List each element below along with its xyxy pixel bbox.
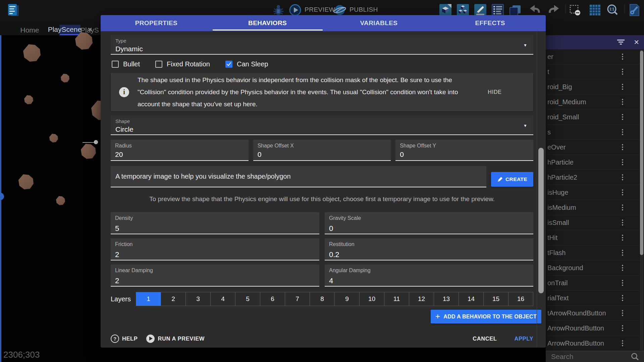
grid-icon[interactable] (588, 3, 602, 17)
item-menu-icon[interactable] (620, 250, 625, 256)
checkbox-box[interactable] (155, 61, 162, 68)
sidebar-scrollbar-thumb[interactable] (640, 51, 643, 255)
layer-toggle[interactable]: 4 (211, 292, 235, 306)
undo-icon[interactable] (529, 3, 542, 17)
object-list-item[interactable]: rialText (546, 291, 644, 306)
item-menu-icon[interactable] (620, 325, 625, 331)
object-list-item[interactable]: hParticle2 (546, 170, 644, 185)
object-list-item[interactable]: onTrail (546, 276, 644, 291)
item-menu-icon[interactable] (620, 174, 625, 180)
close-panel-icon[interactable]: ✕ (634, 39, 639, 46)
add-behavior-button[interactable]: + ADD A BEHAVIOR TO THE OBJECT (431, 310, 541, 323)
object-list-item[interactable]: tHit (546, 230, 644, 245)
dialog-tab[interactable]: PROPERTIES (101, 15, 212, 31)
gizmo-handle[interactable] (94, 140, 98, 144)
option-checkbox[interactable]: Can Sleep (225, 60, 268, 68)
preview-button[interactable]: PREVIEW (305, 6, 335, 13)
apply-button[interactable]: APPLY (515, 336, 534, 342)
item-menu-icon[interactable] (620, 235, 625, 241)
number-field[interactable]: Linear Damping 2 (111, 264, 319, 287)
asteroid-object[interactable] (81, 144, 96, 159)
layer-toggle[interactable]: 5 (235, 292, 260, 306)
number-field[interactable]: Gravity Scale 0 (325, 212, 533, 234)
object-search-bar[interactable]: Search (546, 351, 644, 362)
layer-toggle[interactable]: 13 (434, 292, 459, 306)
zoom-1-1-icon[interactable]: 1:1 (606, 3, 619, 17)
type-select[interactable]: Type Dynamic ▼ (111, 35, 533, 55)
checkbox-box[interactable] (225, 61, 232, 68)
dialog-tab[interactable]: VARIABLES (323, 15, 435, 31)
redo-icon[interactable] (547, 3, 560, 17)
cancel-button[interactable]: CANCEL (473, 336, 497, 342)
temp-image-input[interactable]: A temporary image to help you visualize … (111, 166, 486, 187)
asteroid-object[interactable] (56, 196, 65, 205)
run-preview-button[interactable]: RUN A PREVIEW (158, 336, 205, 342)
dialog-tab[interactable]: BEHAVIORS (212, 15, 323, 31)
number-field[interactable]: Friction 2 (111, 238, 319, 260)
item-menu-icon[interactable] (620, 114, 625, 120)
item-menu-icon[interactable] (620, 280, 625, 286)
item-menu-icon[interactable] (620, 310, 625, 316)
object-list-item[interactable]: roid_Big (546, 79, 644, 95)
item-menu-icon[interactable] (620, 265, 625, 271)
scene-boundary-handle[interactable] (0, 193, 4, 200)
layer-toggle[interactable]: 6 (260, 292, 285, 306)
object-list-item[interactable]: ArrowRoundButton (546, 321, 644, 336)
item-menu-icon[interactable] (620, 54, 625, 60)
events-sheet-icon[interactable] (491, 3, 504, 17)
layer-toggle[interactable]: 12 (409, 292, 434, 306)
item-menu-icon[interactable] (620, 220, 625, 226)
asteroid-object[interactable] (23, 44, 41, 62)
instances-icon[interactable] (456, 3, 470, 17)
number-field[interactable]: Angular Damping 4 (325, 264, 533, 287)
draw-pencil-icon[interactable] (474, 3, 487, 17)
item-menu-icon[interactable] (620, 69, 625, 75)
layer-toggle[interactable]: 2 (161, 292, 186, 306)
help-icon[interactable]: ? (111, 335, 119, 343)
layer-toggle[interactable]: 7 (285, 292, 310, 306)
dialog-tab[interactable]: EFFECTS (434, 15, 546, 31)
shape-select[interactable]: Shape Circle ▼ (111, 116, 533, 135)
asteroid-object[interactable] (49, 134, 58, 142)
item-menu-icon[interactable] (620, 340, 625, 346)
dialog-scrollbar[interactable] (538, 148, 544, 293)
layers-icon[interactable] (508, 3, 522, 17)
search-input[interactable]: Search (546, 353, 631, 361)
number-field[interactable]: Shape Offset X 0 (253, 140, 391, 161)
object-list-item[interactable]: eOver (546, 140, 644, 155)
layer-toggle[interactable]: 14 (459, 292, 484, 306)
run-preview-icon[interactable] (146, 335, 155, 343)
item-menu-icon[interactable] (620, 99, 625, 105)
object-list-item[interactable]: roid_Small (546, 110, 644, 125)
object-list-item[interactable]: isSmall (546, 215, 644, 230)
object-list-item[interactable]: isHuge (546, 185, 644, 200)
debug-bug-icon[interactable] (272, 3, 285, 17)
layer-toggle[interactable]: 9 (335, 292, 360, 306)
asteroid-object[interactable] (24, 95, 33, 104)
checkbox-box[interactable] (112, 61, 119, 68)
asteroid-object[interactable] (61, 74, 69, 82)
object-list-item[interactable]: tFlash (546, 245, 644, 260)
help-button[interactable]: HELP (122, 336, 138, 342)
object-list-item[interactable]: roid_Medium (546, 95, 644, 110)
layer-toggle[interactable]: 15 (484, 292, 508, 306)
object-list-item[interactable]: ArrowRoundButton (546, 336, 644, 351)
preview-play-icon[interactable] (288, 3, 302, 17)
layer-toggle[interactable]: 16 (508, 292, 533, 306)
object-list-item[interactable]: isMedium (546, 200, 644, 215)
layer-toggle[interactable]: 10 (360, 292, 384, 306)
mask-selection-icon[interactable] (568, 3, 582, 17)
number-field[interactable]: Restitution 0.2 (325, 238, 533, 260)
layer-toggle[interactable]: 3 (186, 292, 211, 306)
item-menu-icon[interactable] (620, 129, 625, 135)
object-list-item[interactable]: t (546, 64, 644, 79)
layer-toggle[interactable]: 8 (310, 292, 335, 306)
item-menu-icon[interactable] (620, 204, 625, 210)
item-menu-icon[interactable] (620, 189, 625, 195)
number-field[interactable]: Density 5 (111, 212, 319, 234)
sidebar-scrollbar-track[interactable] (640, 50, 643, 350)
filter-list-icon[interactable] (617, 39, 626, 46)
asteroid-object[interactable] (18, 174, 34, 189)
layer-toggle[interactable]: 11 (384, 292, 409, 306)
object-list-item[interactable]: er (546, 49, 644, 64)
